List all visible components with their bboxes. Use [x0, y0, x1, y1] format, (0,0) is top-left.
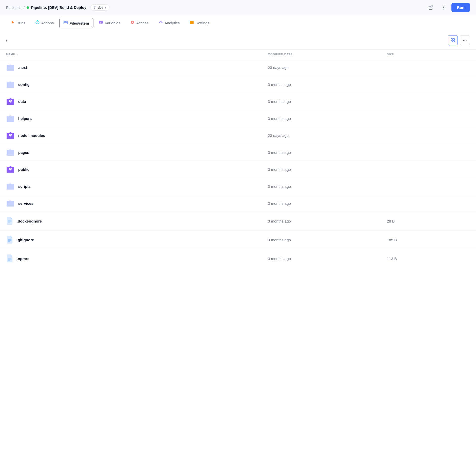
table-row[interactable]: data3 months ago: [0, 93, 476, 110]
file-name-cell: .next: [0, 59, 262, 76]
external-link-icon: [428, 5, 433, 10]
tab-runs[interactable]: Runs: [6, 16, 30, 30]
svg-point-20: [159, 22, 160, 23]
file-icon: [6, 254, 13, 263]
svg-rect-28: [451, 39, 452, 40]
tab-analytics-label: Analytics: [165, 21, 180, 25]
more-toolbar-icon: [463, 38, 467, 43]
file-icon: [6, 216, 13, 226]
file-date: 3 months ago: [262, 195, 381, 212]
more-options-button[interactable]: [439, 3, 448, 12]
svg-point-22: [162, 22, 163, 23]
file-date: 3 months ago: [262, 144, 381, 161]
file-name-cell: services: [0, 195, 262, 212]
file-name: .dockerignore: [17, 219, 42, 223]
svg-rect-36: [7, 82, 14, 88]
file-date: 23 days ago: [262, 59, 381, 76]
run-button[interactable]: Run: [451, 3, 470, 12]
table-row[interactable]: .gitignore3 months ago185 B: [0, 231, 476, 249]
actions-icon: [35, 20, 39, 25]
branch-chevron: ▼: [104, 6, 107, 9]
svg-rect-39: [7, 184, 14, 190]
path-breadcrumb: /: [6, 38, 7, 43]
file-size: [381, 93, 476, 110]
svg-marker-7: [12, 21, 14, 24]
table-row[interactable]: config3 months ago: [0, 76, 476, 93]
header-left: Pipelines / Pipeline: [DEV] Build & Depl…: [6, 4, 110, 11]
file-date: 3 months ago: [262, 178, 381, 195]
tab-analytics[interactable]: Analytics: [154, 16, 184, 30]
svg-line-3: [430, 6, 433, 8]
pipelines-link[interactable]: Pipelines: [6, 5, 22, 10]
runs-icon: [11, 20, 15, 25]
file-date: 3 months ago: [262, 76, 381, 93]
file-icon: [6, 235, 13, 245]
variables-icon: {}: [99, 20, 103, 25]
table-row[interactable]: public3 months ago: [0, 161, 476, 178]
file-name-cell: node_modules: [0, 127, 262, 144]
tab-access[interactable]: Access: [126, 16, 153, 30]
file-name: node_modules: [18, 133, 45, 138]
file-date: 3 months ago: [262, 212, 381, 231]
external-link-button[interactable]: [426, 3, 436, 12]
grid-view-icon: [450, 38, 455, 43]
svg-rect-35: [7, 65, 14, 71]
svg-rect-31: [453, 41, 454, 42]
file-name: pages: [18, 150, 29, 155]
file-size: [381, 76, 476, 93]
file-size: [381, 178, 476, 195]
branch-selector[interactable]: dev ▼: [90, 4, 110, 11]
grid-view-button[interactable]: [448, 35, 458, 45]
tab-access-label: Access: [136, 21, 148, 25]
more-toolbar-button[interactable]: [460, 35, 470, 45]
file-date: 3 months ago: [262, 161, 381, 178]
svg-point-19: [132, 22, 133, 23]
file-date: 3 months ago: [262, 93, 381, 110]
tab-variables-label: Variables: [105, 21, 120, 25]
tab-settings[interactable]: Settings: [185, 16, 214, 30]
file-table-body: .next23 days ago config3 months ago data…: [0, 59, 476, 268]
folder-icon: [6, 149, 15, 156]
file-date: 23 days ago: [262, 127, 381, 144]
file-name-cell: public: [0, 161, 262, 178]
file-date: 3 months ago: [262, 231, 381, 249]
header-right: Run: [426, 3, 470, 12]
svg-text:{}: {}: [100, 22, 102, 24]
svg-point-6: [443, 9, 444, 9]
header: Pipelines / Pipeline: [DEV] Build & Depl…: [0, 0, 476, 15]
breadcrumb-sep: /: [24, 5, 25, 10]
sort-arrow: ↑: [17, 53, 18, 56]
table-row[interactable]: node_modules23 days ago: [0, 127, 476, 144]
toolbar-row: /: [0, 31, 476, 50]
table-row[interactable]: services3 months ago: [0, 195, 476, 212]
table-row[interactable]: pages3 months ago: [0, 144, 476, 161]
tab-filesystem[interactable]: Filesystem: [59, 18, 93, 28]
size-column-header[interactable]: SIZE: [381, 50, 476, 59]
svg-line-23: [160, 21, 160, 22]
svg-point-1: [95, 6, 96, 7]
svg-point-34: [466, 40, 467, 41]
tab-nav: Runs Actions Filesystem {: [0, 15, 476, 31]
table-row[interactable]: scripts3 months ago: [0, 178, 476, 195]
svg-rect-14: [64, 21, 67, 24]
svg-rect-29: [453, 39, 454, 40]
toolbar-actions: [448, 35, 470, 45]
table-row[interactable]: .dockerignore3 months ago28 B: [0, 212, 476, 231]
folder-icon: [6, 182, 15, 190]
tab-actions-label: Actions: [41, 21, 54, 25]
folder-icon: [6, 98, 15, 105]
file-name-cell: data: [0, 93, 262, 110]
svg-rect-40: [7, 201, 14, 207]
name-column-header[interactable]: NAME ↑: [0, 50, 262, 59]
tab-variables[interactable]: {} Variables: [94, 16, 125, 30]
file-name: helpers: [18, 116, 32, 121]
table-row[interactable]: .npmrc3 months ago113 B: [0, 249, 476, 268]
table-row[interactable]: .next23 days ago: [0, 59, 476, 76]
file-size: [381, 127, 476, 144]
file-name-cell: helpers: [0, 110, 262, 127]
table-row[interactable]: helpers3 months ago: [0, 110, 476, 127]
tab-runs-label: Runs: [16, 21, 25, 25]
tab-actions[interactable]: Actions: [31, 16, 58, 30]
svg-point-8: [36, 21, 39, 24]
date-column-header[interactable]: MODIFIED DATE: [262, 50, 381, 59]
